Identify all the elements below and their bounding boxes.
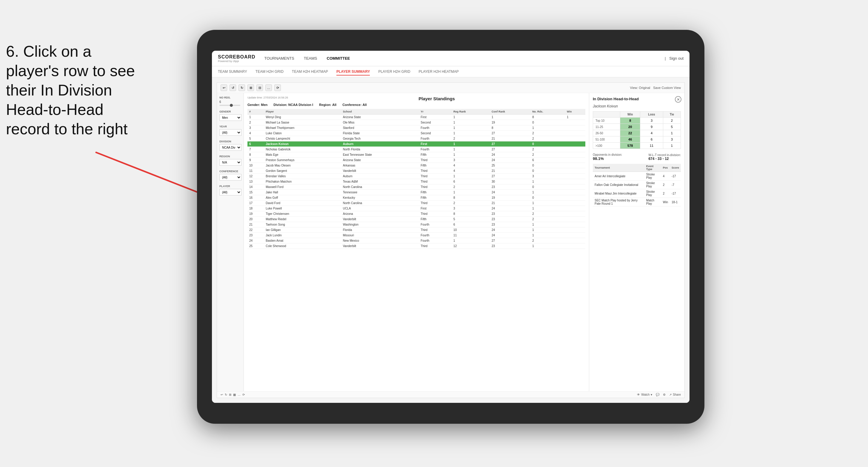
instruction-text: 6. Click on a player's row to see their … — [6, 42, 135, 139]
bottom-redo[interactable]: ↻ — [225, 393, 227, 396]
h2h-record: 674 - 33 - 12 — [648, 157, 681, 161]
standings-table-row[interactable]: 16Alex GoffKentuckyFifth8190 — [247, 195, 585, 200]
standings-table-row[interactable]: 1Wenyi DingArizona StateFirst1181 — [247, 115, 585, 120]
filter-conference-select[interactable]: (All) — [219, 174, 242, 181]
standings-table-row[interactable]: 10Jacob Mau OlesenArkansasFifth4250 — [247, 163, 585, 168]
sign-out-btn[interactable]: Sign out — [669, 55, 684, 62]
col-reg-rank: Reg Rank — [452, 109, 490, 115]
watch-btn[interactable]: 👁 Watch ▾ — [637, 393, 652, 396]
nav-tournaments[interactable]: TOURNAMENTS — [265, 55, 294, 62]
conference-filter-label: Conference: All — [342, 103, 367, 106]
nav-committee[interactable]: COMMITTEE — [327, 55, 350, 62]
standings-table-row[interactable]: 4Luke ClatonFlorida StateSecond1272 — [247, 131, 585, 136]
standings-table-row[interactable]: 8Mats EgeEast Tennessee StateFifth1242 — [247, 152, 585, 158]
standings-table-row[interactable]: 22Ian GilliganFloridaThird10241 — [247, 227, 585, 233]
col-num: # — [247, 109, 264, 115]
standings-table-row[interactable]: 18Luke PowellUCLAFirst3241 — [247, 206, 585, 211]
standings-table-row[interactable]: 20Matthew RiedelVanderbiltFifth5232 — [247, 217, 585, 222]
pbi-bottom-right: 👁 Watch ▾ 💬 ⚙ ↗ Share — [637, 393, 681, 396]
standings-table-row[interactable]: 2Michael La SasseOle MissSecond1190 — [247, 120, 585, 125]
h2h-panel: In Division Head-to-Head Jackson Koivun … — [589, 93, 684, 391]
bottom-copy[interactable]: ⊞ — [229, 393, 231, 396]
save-custom-btn[interactable]: Save Custom View — [653, 86, 681, 90]
filter-player-group: Player (All) — [219, 185, 241, 195]
col-rds: No. Rds. — [530, 109, 565, 115]
standings-table-row[interactable]: 21Taehoon SongWashingtonFourth6231 — [247, 222, 585, 227]
undo-btn[interactable]: ↩ — [221, 85, 227, 91]
sub-nav-player-summary[interactable]: PLAYER SUMMARY — [336, 68, 370, 75]
pbi-toolbar-right: View: Original Save Custom View — [630, 86, 681, 90]
copy-btn[interactable]: ⊞ — [247, 85, 254, 91]
filter-no-rds-slider[interactable] — [219, 105, 240, 106]
share-btn[interactable]: ↗ Share — [669, 393, 681, 396]
h2h-wlt: W-L-T record in-division: 674 - 33 - 12 — [648, 153, 681, 161]
standings-table-row[interactable]: 6Jackson KoivunAuburnFirst1270 — [247, 142, 585, 147]
sub-nav-team-summary[interactable]: TEAM SUMMARY — [218, 68, 247, 75]
standings-table: # Player School Yr Reg Rank Conf Rank No… — [247, 109, 585, 249]
filter-year-select[interactable]: (All) — [219, 129, 242, 136]
comment-btn[interactable]: 💬 — [656, 393, 659, 396]
sub-nav-player-h2h-heatmap[interactable]: PLAYER H2H HEATMAP — [419, 68, 459, 75]
paste-btn[interactable]: ⊟ — [256, 85, 263, 91]
h2h-tournament-row: Mirabel Maui Jim IntercollegiateStroke P… — [593, 189, 681, 198]
standings-table-row[interactable]: 12Brendan VallesAuburnThird1273 — [247, 174, 585, 179]
filter-gender-select[interactable]: Men Women — [219, 114, 242, 121]
sub-nav-player-h2h-grid[interactable]: PLAYER H2H GRID — [378, 68, 410, 75]
h2h-table-row: 51-1004663 — [593, 136, 681, 143]
more-btn[interactable]: … — [266, 85, 272, 91]
standings-table-row[interactable]: 19Tiger ChristensenArizonaThird8232 — [247, 211, 585, 217]
h2h-tournaments: Tournament Event Type Pos Score Amer Ari… — [593, 164, 681, 387]
filter-player-select[interactable]: (All) — [219, 189, 242, 195]
col-win: Win — [565, 109, 585, 115]
powerbi-container: ↩ ↺ ↻ ⊞ ⊟ … ⟳ View: Original Save Custom… — [217, 82, 685, 398]
h2h-col-tie: Tie — [663, 112, 681, 118]
bottom-more[interactable]: … — [238, 393, 241, 396]
bottom-undo[interactable]: ↩ — [221, 393, 223, 396]
h2h-tournaments-header: Tournament Event Type Pos Score — [593, 164, 681, 172]
standings-table-row[interactable]: 7Nicholas GabrelcikNorth FloridaFourth12… — [247, 147, 585, 152]
standings-table-row[interactable]: 14Maxwell FordNorth CarolinaThird2230 — [247, 184, 585, 190]
logo-text: SCOREBOARD — [218, 54, 255, 60]
h2h-title: In Division Head-to-Head — [593, 97, 681, 101]
nav-teams[interactable]: TEAMS — [304, 55, 317, 62]
filter-gender-group: Gender Men Women — [219, 110, 241, 121]
standings-table-row[interactable]: 15Jake HallTennesseeFifth1241 — [247, 190, 585, 195]
bottom-filter[interactable]: ▦ — [233, 393, 236, 396]
pbi-report: No Rds. 6 Gender Men Women — [217, 93, 684, 391]
redo-btn[interactable]: ↺ — [229, 85, 236, 91]
h2h-table-header: Win Loss Tie — [593, 112, 681, 118]
h2h-tournaments-table: Tournament Event Type Pos Score Amer Ari… — [593, 164, 681, 207]
h2h-col-win: Win — [620, 112, 640, 118]
pbi-bottom-left: ↩ ↻ ⊞ ▦ … ⟳ — [221, 393, 245, 396]
standings-table-row[interactable]: 25Cole SherwoodVanderbiltThird12231 — [247, 244, 585, 249]
logo-sub: Powered by clippi — [218, 60, 255, 63]
filter-year-label: Year — [219, 125, 241, 128]
standings-table-row[interactable]: 23Jack LundinMissouriFourth11241 — [247, 233, 585, 238]
h2h-table: Win Loss Tie Top 1083211-25209526-502241… — [593, 111, 681, 149]
standings-filters: Gender: Men Division: NCAA Division I Re… — [247, 103, 585, 106]
view-original-btn[interactable]: View: Original — [630, 86, 650, 90]
standings-table-row[interactable]: 24Bastien AmatNew MexicoFourth1272 — [247, 238, 585, 244]
standings-table-row[interactable]: 3Michael ThorbjornsenStanfordFourth181 — [247, 125, 585, 131]
standings-table-row[interactable]: 11Gordon SargentVanderbiltThird4210 — [247, 168, 585, 174]
standings-table-row[interactable]: 13Phichaksn MaichonTexas A&MThird6301 — [247, 179, 585, 184]
h2h-tour-col-score: Score — [670, 164, 681, 172]
standings-table-row[interactable]: 9Preston SummerhaysArizona StateThird324… — [247, 158, 585, 163]
nav-separator: | — [665, 56, 665, 61]
h2h-tour-col-pos: Pos — [661, 164, 670, 172]
sub-nav-team-h2h-grid[interactable]: TEAM H2H GRID — [255, 68, 284, 75]
standings-table-row[interactable]: 17David FordNorth CarolinaThird2211 — [247, 200, 585, 206]
update-time-label: Update time: 27/03/2024 16:56:26 — [247, 96, 288, 99]
filter-region-select[interactable]: N/A — [219, 159, 242, 166]
h2h-tour-col-type: Event Type — [645, 164, 661, 172]
settings-btn[interactable]: ⚙ — [663, 393, 665, 396]
bottom-refresh[interactable]: ⟳ — [242, 393, 245, 396]
h2h-close-btn[interactable]: ✕ — [675, 96, 681, 103]
h2h-table-row: Top 10832 — [593, 118, 681, 124]
standings-table-row[interactable]: 5Christo LamprechtGeorgia TechFourth2212 — [247, 136, 585, 142]
sub-nav-team-h2h-heatmap[interactable]: TEAM H2H HEATMAP — [292, 68, 328, 75]
refresh-btn[interactable]: ⟳ — [274, 85, 281, 91]
redo2-btn[interactable]: ↻ — [239, 85, 245, 91]
standings-title: Player Standings — [418, 96, 455, 101]
filter-division-select[interactable]: NCAA Division I — [219, 144, 242, 151]
